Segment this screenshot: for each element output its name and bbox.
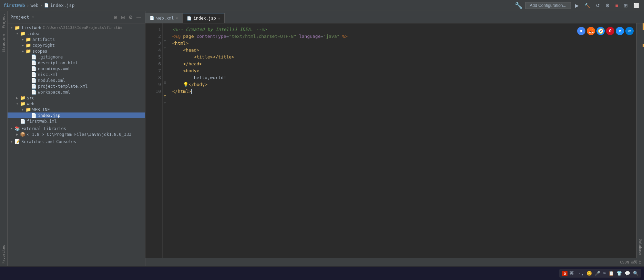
code-editor[interactable]: <%-- Created by IntelliJ IDEA. --%> <%@ … (170, 23, 636, 258)
project-panel: Project ▾ ⊕ ⊟ ⚙ — ▾ 📁 firstWeb C:\Users\… (8, 11, 145, 266)
fold-icon-9[interactable]: ⊟ (164, 94, 166, 98)
tree-item-encodings[interactable]: 📄 encodings.xml (8, 66, 145, 72)
left-sidebar-strip: Project Structure Favorites (0, 11, 8, 266)
safari-icon[interactable]: 🧭 (596, 27, 605, 35)
browser-icons-panel: 🦊 🧭 O e e (577, 27, 634, 35)
breadcrumb-web: web (30, 3, 38, 8)
tree-item-webinf[interactable]: ▶ 📁 WEB-INF (8, 107, 145, 112)
file-icon-jsp: 📄 (44, 3, 49, 8)
edge-icon[interactable]: e (625, 27, 634, 35)
app-name: firstWeb (3, 3, 25, 8)
file-icon-firstweb-iml: 📄 (20, 119, 25, 124)
tree-item-jdk[interactable]: ▶ 📦 < 1.8 > C:\Program Files\Java\jdk1.8… (8, 131, 145, 137)
breadcrumb: firstWeb › web › 📄 index.jsp (3, 3, 74, 8)
path-firstweb: C:\Users\21133\IdeaProjects\firstWe (43, 25, 123, 30)
tree-item-firstweb[interactable]: ▾ 📁 firstWeb C:\Users\21133\IdeaProjects… (8, 25, 145, 31)
line-num-9: 9 (147, 81, 161, 88)
tree-item-scratches[interactable]: ▶ 📝 Scratches and Consoles (8, 139, 145, 144)
layout-button[interactable]: ⊞ (622, 2, 629, 9)
arrow-idea: ▾ (14, 32, 20, 35)
system-tray-icons: ·, 😊 🎤 ⌨ 📋 👕 💬 🔍 (579, 271, 638, 276)
add-config-button[interactable]: Add Configuration... (525, 2, 571, 9)
label-jdk: < 1.8 > C:\Program Files\Java\jdk1.8.0_3… (27, 132, 131, 137)
firefox-icon[interactable]: 🦊 (587, 27, 595, 35)
label-external-libs: External Libraries (21, 126, 66, 131)
label-gitignore: .gitignore (38, 55, 63, 60)
line-num-3: 3 (147, 40, 161, 47)
file-icon-encodings: 📄 (31, 66, 37, 71)
settings-button[interactable]: ⚙ (604, 2, 611, 9)
tree-item-web[interactable]: ▾ 📁 web (8, 101, 145, 107)
tree-item-project-template[interactable]: 📄 project-template.xml (8, 83, 145, 89)
tree-item-misc[interactable]: 📄 misc.xml (8, 72, 145, 77)
file-icon-workspace: 📄 (31, 89, 37, 95)
folder-icon-firstweb: 📁 (14, 25, 20, 30)
tree-item-firstweb-iml[interactable]: 📄 firstWeb.iml (8, 118, 145, 124)
tab-close-web-xml[interactable]: ✕ (176, 16, 178, 20)
tree-item-index-jsp[interactable]: 📄 index.jsp (8, 112, 145, 118)
fold-icon-7[interactable]: ⊟ (164, 80, 166, 84)
project-toolbar: Project ▾ ⊕ ⊟ ⚙ — (8, 11, 145, 23)
opera-icon[interactable]: O (606, 27, 614, 35)
tree-item-artifacts[interactable]: ▶ 📁 artifacts (8, 36, 145, 42)
file-icon-project-template: 📄 (31, 84, 37, 89)
tab-label-index-jsp: index.jsp (194, 16, 216, 21)
tree-item-description[interactable]: 📄 description.html (8, 60, 145, 66)
arrow-copyright: ▶ (20, 43, 25, 47)
minimize-panel-button[interactable]: — (135, 14, 142, 21)
fold-icon-3[interactable]: ⊟ (164, 39, 166, 43)
line-num-1: 1 (147, 26, 161, 33)
ie-icon[interactable]: e (616, 27, 624, 35)
arrow-web: ▾ (14, 102, 20, 106)
folder-icon-src: 📁 (20, 95, 25, 100)
new-file-button[interactable]: ⊕ (112, 14, 119, 21)
chrome-icon[interactable] (577, 27, 585, 35)
input-method-label: 英 (570, 270, 574, 276)
tree-item-workspace[interactable]: 📄 workspace.xml (8, 89, 145, 95)
line-num-4: 4 (147, 47, 161, 54)
label-firstweb-iml: firstWeb.iml (27, 119, 57, 124)
collapse-button[interactable]: ⊟ (120, 14, 126, 21)
tree-item-external-libs[interactable]: ▾ 📚 External Libraries (8, 126, 145, 131)
fold-icon-4[interactable]: ⊟ (164, 46, 166, 50)
favorites-tab-label[interactable]: Favorites (2, 242, 6, 266)
right-strip: Database (636, 23, 644, 258)
status-text: CSDN @阿七 (620, 260, 641, 265)
project-title: Project (10, 14, 29, 20)
label-scopes: scopes (32, 49, 47, 54)
scroll-marker-mid (643, 44, 644, 47)
project-dropdown-icon[interactable]: ▾ (32, 15, 34, 19)
maximize-button[interactable]: ⬜ (632, 2, 641, 9)
database-label[interactable]: Database (638, 236, 642, 258)
tab-web-xml[interactable]: 📄 web.xml ✕ (145, 13, 183, 23)
label-firstweb: firstWeb (21, 25, 41, 30)
tree-item-idea[interactable]: ▾ 📁 .idea (8, 31, 145, 36)
gear-icon[interactable]: ⚙ (127, 14, 134, 21)
tree-item-modules[interactable]: 📄 modules.xml (8, 77, 145, 83)
run-button[interactable]: ▶ (574, 2, 580, 9)
line-num-8: 8 (147, 74, 161, 81)
folder-icon-webinf: 📁 (25, 107, 31, 112)
stop-button[interactable]: ■ (614, 2, 620, 9)
tree-item-copyright[interactable]: ▶ 📁 copyright (8, 42, 145, 48)
tab-label-web-xml: web.xml (156, 16, 174, 21)
structure-tab-label[interactable]: Structure (2, 31, 6, 55)
tab-close-index-jsp[interactable]: ✕ (218, 17, 220, 20)
folder-icon-scopes: 📁 (25, 49, 31, 54)
tree-item-scopes[interactable]: ▶ 📁 scopes (8, 48, 145, 54)
editor-content: 1 2 3 4 5 6 7 8 9 10 ⊟ ⊟ ⊟ ⊟ ⊟ <%-- Crea… (145, 23, 644, 258)
sep2: › (40, 3, 43, 8)
tree-item-gitignore[interactable]: 📄 .gitignore (8, 54, 145, 60)
rerun-button[interactable]: ↺ (594, 2, 601, 9)
fold-icon-10[interactable]: ⊟ (164, 101, 166, 105)
taskbar-input-method[interactable]: S 英 ·, 😊 🎤 ⌨ 📋 👕 💬 🔍 (559, 269, 641, 278)
sep1: › (27, 3, 29, 8)
build-button[interactable]: 🔨 (583, 2, 592, 9)
arrow-src: ▶ (14, 96, 20, 100)
tree-item-src[interactable]: ▶ 📁 src (8, 95, 145, 101)
tabs-bar: 📄 web.xml ✕ 📄 index.jsp ✕ (145, 11, 644, 23)
project-tab-label[interactable]: Project (2, 11, 6, 31)
svg-point-1 (580, 30, 582, 32)
debug-icon[interactable]: 🔧 (515, 2, 522, 9)
tab-index-jsp[interactable]: 📄 index.jsp ✕ (183, 13, 225, 23)
